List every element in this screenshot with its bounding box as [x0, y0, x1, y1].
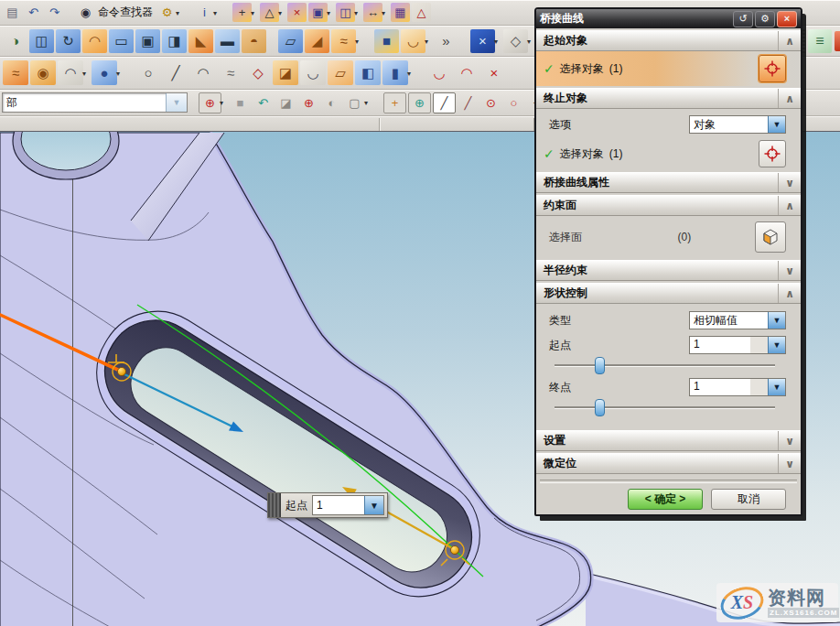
sheet-body-icon[interactable]: ▱: [278, 29, 303, 53]
circle-point-icon[interactable]: ○: [135, 60, 161, 85]
start-value-input[interactable]: 1: [690, 337, 750, 353]
offset-surface-icon[interactable]: ◠▾: [58, 60, 83, 85]
copy-face-icon[interactable]: ▣▾: [308, 3, 328, 22]
end-slider-track[interactable]: [555, 406, 775, 408]
cancel-button[interactable]: 取消: [711, 489, 786, 510]
snap-endpoint-icon[interactable]: ╱: [433, 92, 456, 113]
measure-face-icon[interactable]: △: [412, 3, 431, 22]
profile-icon[interactable]: ◇: [245, 60, 271, 85]
undo-icon[interactable]: ↶: [24, 3, 43, 22]
info-note-icon[interactable]: i▾: [195, 3, 214, 22]
section-constraint-face-chevron-icon[interactable]: ∧: [778, 196, 801, 215]
fit-view-icon-dropdown-arrow[interactable]: ▾: [494, 37, 501, 45]
extrude-icon[interactable]: ◫: [29, 29, 54, 53]
flex-bend-icon[interactable]: ≈▾: [331, 29, 356, 53]
offset-region-icon-dropdown-arrow[interactable]: ▾: [278, 8, 285, 16]
save-icon[interactable]: ▤: [3, 3, 22, 22]
rollback-icon[interactable]: ↶: [253, 93, 274, 113]
section-bridge-properties-chevron-icon[interactable]: ∨: [778, 173, 801, 192]
end-option-dropdown[interactable]: 对象 ▼: [689, 115, 786, 134]
section-end-object[interactable]: 终止对象 ∧: [536, 88, 801, 109]
type-dropdown-arrow-icon[interactable]: ▼: [768, 312, 785, 329]
end-select-target-button[interactable]: [759, 140, 786, 167]
end-slider-thumb[interactable]: [595, 399, 605, 416]
panel-grip-handle[interactable]: [268, 493, 281, 517]
paste-face-icon[interactable]: ◫▾: [336, 3, 355, 22]
offset-region-icon[interactable]: △▾: [260, 3, 279, 22]
redo-icon[interactable]: ↷: [45, 3, 64, 22]
bend-sheet-icon-dropdown-arrow[interactable]: ▾: [425, 37, 431, 45]
snap-midpoint-icon[interactable]: ╱: [458, 93, 479, 113]
end-option-dropdown-arrow-icon[interactable]: ▼: [768, 116, 785, 133]
isocurve-icon[interactable]: ◡: [300, 60, 326, 85]
bend-sheet-icon[interactable]: ◡▾: [401, 29, 425, 53]
ok-button[interactable]: < 确定 >: [628, 489, 703, 510]
arc-icon[interactable]: ◠: [190, 60, 216, 85]
snap-center-icon[interactable]: ⊙: [480, 93, 501, 113]
selection-filter-icon-dropdown-arrow[interactable]: ▾: [220, 99, 226, 107]
snap-move-icon[interactable]: ⊕: [408, 92, 431, 113]
section-bridge-properties[interactable]: 桥接曲线属性 ∨: [536, 172, 801, 193]
start-slider-track[interactable]: [555, 364, 775, 366]
spline-icon[interactable]: ≈: [218, 60, 243, 85]
resize-face-icon[interactable]: ↔▾: [363, 3, 382, 22]
mini-spinner-down-icon[interactable]: ▼: [364, 496, 383, 514]
start-select-row[interactable]: ✓ 选择对象 (1): [536, 51, 801, 86]
start-value-field[interactable]: 1 ▼: [689, 336, 786, 354]
solid-filter-icon[interactable]: ■: [230, 93, 251, 113]
start-value-spinner-icon[interactable]: ▼: [768, 337, 785, 353]
end-value-spinner-icon[interactable]: ▼: [768, 379, 785, 395]
start-slider-thumb[interactable]: [595, 357, 605, 374]
end-value-input[interactable]: 1: [690, 379, 750, 395]
pad-icon[interactable]: ▭: [109, 29, 134, 53]
fit-view-icon[interactable]: ×▾: [470, 29, 495, 53]
flip-plane-icon[interactable]: ◧: [355, 60, 381, 85]
grab-hand-icon[interactable]: ◐: [321, 93, 342, 113]
copy-face-icon-dropdown-arrow[interactable]: ▾: [327, 8, 333, 16]
delete-face-icon[interactable]: ×: [287, 3, 307, 22]
section-end-object-chevron-icon[interactable]: ∧: [778, 89, 801, 108]
slab-icon[interactable]: ▬: [215, 29, 240, 53]
type-dropdown[interactable]: 相切幅值 ▼: [689, 311, 786, 329]
section-micro-position[interactable]: 微定位 ∨: [536, 453, 801, 474]
tube-icon[interactable]: ●▾: [92, 60, 117, 85]
flange-icon[interactable]: ◣: [188, 29, 213, 53]
face-select-button[interactable]: [755, 221, 786, 253]
paste-face-icon-dropdown-arrow[interactable]: ▾: [354, 8, 361, 16]
customize-wrench-icon[interactable]: ⚙▾: [157, 3, 177, 22]
overflow-chevron-icon[interactable]: »: [434, 29, 458, 53]
dialog-options-gear-button[interactable]: ⚙: [755, 11, 775, 27]
line-icon[interactable]: ╱: [163, 60, 188, 85]
section-start-object[interactable]: 起始对象 ∧: [536, 30, 801, 51]
command-finder-label[interactable]: 命令查找器: [98, 5, 153, 20]
bridge-curve-icon[interactable]: ◡: [426, 60, 452, 85]
selection-scope-dropdown-icon[interactable]: ▼: [166, 93, 187, 112]
resize-face-icon-dropdown-arrow[interactable]: ▾: [382, 8, 388, 16]
end-value-field[interactable]: 1 ▼: [689, 378, 786, 396]
boss-icon[interactable]: ◓: [242, 29, 266, 53]
marquee-select-icon[interactable]: ▢▾: [344, 93, 365, 113]
command-finder-binoculars-icon[interactable]: ◉: [76, 3, 95, 22]
end-select-row[interactable]: ✓ 选择对象 (1): [536, 137, 801, 170]
snap-quadrant-icon[interactable]: ○: [503, 93, 524, 113]
offset-surface-icon-dropdown-arrow[interactable]: ▾: [82, 69, 89, 77]
customize-wrench-icon-dropdown-arrow[interactable]: ▾: [176, 8, 182, 16]
dialog-reset-button[interactable]: ↺: [733, 11, 753, 27]
face-select-row[interactable]: 选择面 (0): [536, 216, 801, 258]
emboss-icon[interactable]: ◨: [162, 29, 187, 53]
move-face-icon-dropdown-arrow[interactable]: ▾: [251, 8, 257, 16]
sketch-icon[interactable]: ◑: [3, 29, 27, 53]
mini-start-value[interactable]: 1: [313, 499, 364, 512]
section-radius-constraint-chevron-icon[interactable]: ∨: [778, 261, 801, 280]
dialog-close-button[interactable]: ×: [777, 11, 797, 27]
sweep-icon[interactable]: ◢: [305, 29, 329, 53]
extend-body-icon-dropdown-arrow[interactable]: ▾: [407, 69, 414, 77]
pattern-face-icon[interactable]: ▦: [391, 3, 410, 22]
selection-filter-icon[interactable]: ⊕▾: [199, 92, 221, 113]
start-select-target-button[interactable]: [759, 55, 786, 82]
tube-icon-dropdown-arrow[interactable]: ▾: [116, 69, 123, 77]
plate-icon-dropdown-arrow[interactable]: ▾: [527, 37, 533, 45]
section-settings-chevron-icon[interactable]: ∨: [778, 431, 801, 450]
dialog-titlebar[interactable]: 桥接曲线 ↺ ⚙ ×: [536, 9, 801, 28]
info-note-icon-dropdown-arrow[interactable]: ▾: [213, 8, 220, 16]
